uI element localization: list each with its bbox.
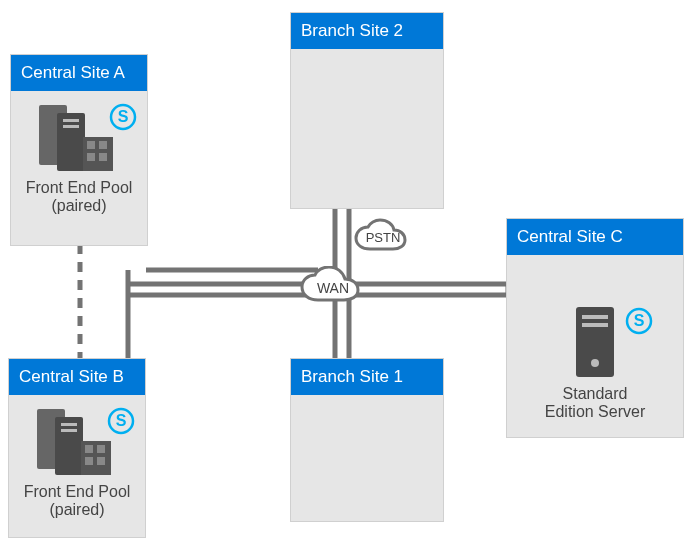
svg-rect-18 (99, 153, 107, 161)
pstn-cloud: PSTN (352, 218, 414, 256)
svg-text:S: S (634, 312, 645, 329)
skype-icon: S (109, 103, 137, 135)
svg-text:S: S (116, 412, 127, 429)
svg-rect-26 (85, 445, 93, 453)
central-site-c-caption2: Edition Server (515, 403, 675, 421)
server-pair-icon (31, 465, 123, 482)
central-site-a: Central Site A S Front End Pool (paired) (10, 54, 148, 246)
branch-site-2: Branch Site 2 (290, 12, 444, 209)
svg-rect-33 (582, 315, 608, 319)
svg-rect-16 (99, 141, 107, 149)
central-site-b-title: Central Site B (9, 359, 145, 395)
central-site-c-caption1: Standard (515, 385, 675, 403)
skype-icon: S (107, 407, 135, 439)
svg-rect-13 (63, 125, 79, 128)
central-site-b-caption2: (paired) (17, 501, 137, 519)
server-icon (566, 367, 624, 384)
svg-rect-27 (97, 445, 105, 453)
pstn-label: PSTN (352, 230, 414, 245)
central-site-a-caption2: (paired) (19, 197, 139, 215)
svg-rect-23 (61, 423, 77, 426)
wan-label: WAN (298, 280, 368, 296)
svg-text:S: S (118, 108, 129, 125)
svg-rect-29 (97, 457, 105, 465)
wan-cloud: WAN (298, 266, 368, 308)
branch-site-1-title: Branch Site 1 (291, 359, 443, 395)
svg-point-35 (591, 359, 599, 367)
svg-rect-34 (582, 323, 608, 327)
skype-icon: S (625, 307, 653, 339)
branch-site-2-title: Branch Site 2 (291, 13, 443, 49)
svg-rect-15 (87, 141, 95, 149)
central-site-c-title: Central Site C (507, 219, 683, 255)
central-site-a-title: Central Site A (11, 55, 147, 91)
branch-site-1: Branch Site 1 (290, 358, 444, 522)
svg-rect-28 (85, 457, 93, 465)
central-site-b: Central Site B S Front End Pool (paired) (8, 358, 146, 538)
central-site-a-caption1: Front End Pool (19, 179, 139, 197)
svg-rect-24 (61, 429, 77, 432)
central-site-b-caption1: Front End Pool (17, 483, 137, 501)
server-pair-icon (33, 161, 125, 178)
central-site-c: Central Site C S Standard Edition Server (506, 218, 684, 438)
svg-rect-12 (63, 119, 79, 122)
svg-rect-17 (87, 153, 95, 161)
